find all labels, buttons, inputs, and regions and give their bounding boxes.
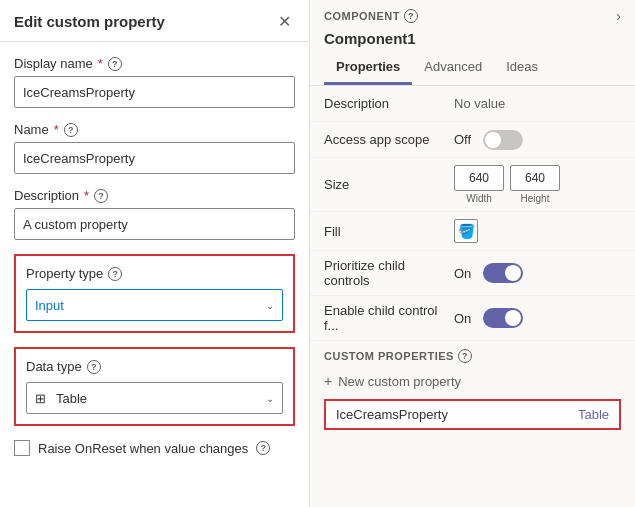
prioritize-child-toggle[interactable] xyxy=(483,263,523,283)
fill-paint-icon: 🪣 xyxy=(458,223,475,239)
prop-enable-child-label: Enable child control f... xyxy=(324,303,454,333)
enable-child-on-label: On xyxy=(454,311,471,326)
raise-on-reset-checkbox[interactable] xyxy=(14,440,30,456)
name-label-text: Name xyxy=(14,122,49,137)
component-name: Component1 xyxy=(310,28,635,53)
prop-size-label: Size xyxy=(324,177,454,192)
new-property-button[interactable]: + New custom property xyxy=(310,367,635,395)
property-type-dropdown-wrapper: Input ⌄ xyxy=(26,289,283,321)
raise-on-reset-label: Raise OnReset when value changes xyxy=(38,441,248,456)
prop-row-prioritize-child: Prioritize child controls On xyxy=(310,251,635,296)
component-label-text: COMPONENT xyxy=(324,10,400,22)
right-panel: COMPONENT ? › Component1 Properties Adva… xyxy=(310,0,635,507)
name-label: Name * ? xyxy=(14,122,295,137)
desc-required-star: * xyxy=(84,188,89,203)
prop-fill-label: Fill xyxy=(324,224,454,239)
description-info-icon[interactable]: ? xyxy=(94,189,108,203)
description-label: Description * ? xyxy=(14,188,295,203)
tab-ideas[interactable]: Ideas xyxy=(494,53,550,85)
property-type-dropdown[interactable]: Input ⌄ xyxy=(26,289,283,321)
data-type-value: Table xyxy=(56,391,87,406)
display-name-group: Display name * ? xyxy=(14,56,295,108)
close-icon: ✕ xyxy=(278,13,291,30)
tab-advanced[interactable]: Advanced xyxy=(412,53,494,85)
custom-properties-label: CUSTOM PROPERTIES xyxy=(324,350,454,362)
component-label: COMPONENT ? xyxy=(324,9,418,23)
description-input[interactable] xyxy=(14,208,295,240)
display-name-input[interactable] xyxy=(14,76,295,108)
enable-child-control: On xyxy=(454,308,523,328)
display-name-label-text: Display name xyxy=(14,56,93,71)
data-type-dropdown[interactable]: ⊞ Table ⌄ xyxy=(26,382,283,414)
prioritize-on-label: On xyxy=(454,266,471,281)
property-type-value: Input xyxy=(35,298,64,313)
data-type-chevron-icon: ⌄ xyxy=(266,393,274,404)
size-width-input[interactable] xyxy=(454,165,504,191)
size-inputs: Width Height xyxy=(454,165,560,204)
close-button[interactable]: ✕ xyxy=(274,10,295,33)
prop-row-enable-child: Enable child control f... On xyxy=(310,296,635,341)
property-type-chevron-icon: ⌄ xyxy=(266,300,274,311)
component-info-icon[interactable]: ? xyxy=(404,9,418,23)
table-grid-icon: ⊞ xyxy=(35,391,46,406)
height-label: Height xyxy=(521,193,550,204)
raise-on-reset-info-icon[interactable]: ? xyxy=(256,441,270,455)
prioritize-child-toggle-thumb xyxy=(505,265,521,281)
width-input-wrapper: Width xyxy=(454,165,504,204)
prioritize-child-control: On xyxy=(454,263,523,283)
display-name-label: Display name * ? xyxy=(14,56,295,71)
right-chevron-icon[interactable]: › xyxy=(616,8,621,24)
description-group: Description * ? xyxy=(14,188,295,240)
prop-description-label: Description xyxy=(324,96,454,111)
tab-properties[interactable]: Properties xyxy=(324,53,412,85)
access-scope-off-label: Off xyxy=(454,132,471,147)
prop-row-access-scope: Access app scope Off xyxy=(310,122,635,158)
plus-icon: + xyxy=(324,373,332,389)
prop-row-fill: Fill 🪣 xyxy=(310,212,635,251)
fill-swatch[interactable]: 🪣 xyxy=(454,219,478,243)
right-body: Description No value Access app scope Of… xyxy=(310,86,635,507)
property-type-section: Property type ? Input ⌄ xyxy=(14,254,295,333)
custom-properties-info-icon[interactable]: ? xyxy=(458,349,472,363)
enable-child-toggle-thumb xyxy=(505,310,521,326)
data-type-label: Data type ? xyxy=(26,359,283,374)
tabs-row: Properties Advanced Ideas xyxy=(310,53,635,86)
property-type-label-text: Property type xyxy=(26,266,103,281)
data-type-section: Data type ? ⊞ Table ⌄ xyxy=(14,347,295,426)
raise-on-reset-row: Raise OnReset when value changes ? xyxy=(14,440,295,456)
display-name-info-icon[interactable]: ? xyxy=(108,57,122,71)
width-label: Width xyxy=(466,193,492,204)
access-scope-control: Off xyxy=(454,130,523,150)
left-header: Edit custom property ✕ xyxy=(0,0,309,42)
prop-description-value: No value xyxy=(454,96,621,111)
left-body: Display name * ? Name * ? Description * … xyxy=(0,42,309,507)
description-label-text: Description xyxy=(14,188,79,203)
name-info-icon[interactable]: ? xyxy=(64,123,78,137)
prop-row-size: Size Width Height xyxy=(310,158,635,212)
property-type-info-icon[interactable]: ? xyxy=(108,267,122,281)
dialog-title: Edit custom property xyxy=(14,13,165,30)
access-scope-toggle[interactable] xyxy=(483,130,523,150)
required-star: * xyxy=(98,56,103,71)
data-type-value-row: ⊞ Table xyxy=(35,391,87,406)
left-panel: Edit custom property ✕ Display name * ? … xyxy=(0,0,310,507)
data-type-dropdown-wrapper: ⊞ Table ⌄ xyxy=(26,382,283,414)
data-type-info-icon[interactable]: ? xyxy=(87,360,101,374)
new-property-label: New custom property xyxy=(338,374,461,389)
height-input-wrapper: Height xyxy=(510,165,560,204)
prop-row-description: Description No value xyxy=(310,86,635,122)
data-type-label-text: Data type xyxy=(26,359,82,374)
custom-properties-divider: CUSTOM PROPERTIES ? xyxy=(310,341,635,367)
prop-prioritize-label: Prioritize child controls xyxy=(324,258,454,288)
prop-access-scope-label: Access app scope xyxy=(324,132,454,147)
access-scope-toggle-thumb xyxy=(485,132,501,148)
size-height-input[interactable] xyxy=(510,165,560,191)
name-required-star: * xyxy=(54,122,59,137)
name-input[interactable] xyxy=(14,142,295,174)
property-type-label: Property type ? xyxy=(26,266,283,281)
enable-child-toggle[interactable] xyxy=(483,308,523,328)
right-header: COMPONENT ? › xyxy=(310,0,635,28)
custom-property-name: IceCreamsProperty xyxy=(336,407,448,422)
custom-property-type: Table xyxy=(578,407,609,422)
custom-property-row[interactable]: IceCreamsProperty Table xyxy=(324,399,621,430)
